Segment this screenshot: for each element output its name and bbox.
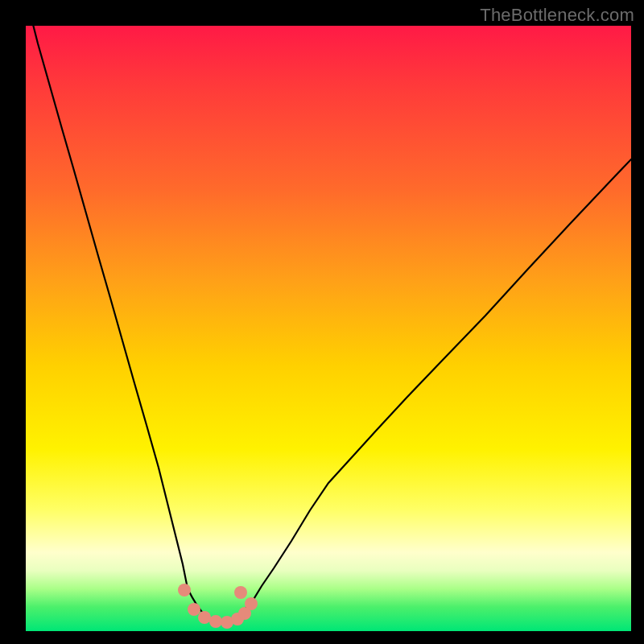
svg-point-1 [188,603,200,616]
svg-point-7 [245,597,258,610]
plot-area [26,26,631,631]
curve-path [26,26,631,621]
valley-markers [178,584,258,629]
chart-frame: TheBottleneck.com [0,0,644,644]
bottleneck-curve [26,26,631,631]
svg-point-8 [234,586,247,599]
svg-point-3 [209,615,222,628]
svg-point-0 [178,584,191,597]
watermark-text: TheBottleneck.com [480,5,634,26]
svg-point-2 [198,611,211,624]
